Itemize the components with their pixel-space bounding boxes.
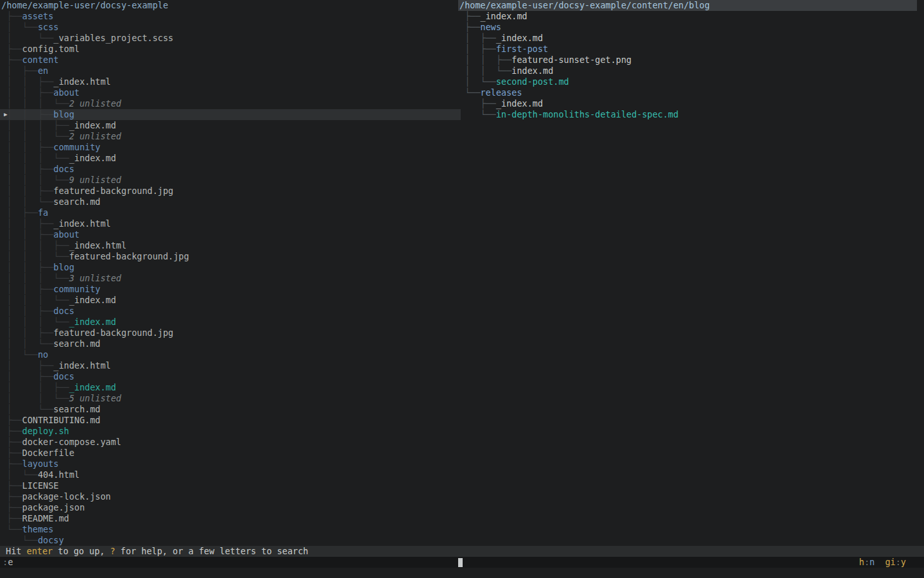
input-cursor[interactable]	[458, 558, 463, 567]
tree-row[interactable]: │ ├──fa	[0, 207, 461, 218]
file-name: _index.md	[69, 295, 116, 305]
command-input-left[interactable]: :e	[3, 557, 13, 568]
tree-row[interactable]: │ │ ├──featured-background.jpg	[0, 328, 461, 338]
tree-row[interactable]: │ │ ├──docs	[0, 164, 461, 175]
tree-row[interactable]: │ │ └──index.md	[458, 66, 924, 76]
right-panel-path[interactable]: /home/example-user/docsy-example/content…	[458, 0, 917, 11]
tree-row[interactable]: ├──docker-compose.yaml	[0, 437, 461, 448]
tree-row[interactable]: ├──deploy.sh	[0, 426, 461, 437]
tree-row[interactable]: ├──Dockerfile	[0, 448, 461, 459]
tree-branch-lines: │ └──	[1, 404, 53, 414]
tree-row[interactable]: │ │ ├──blog	[0, 262, 461, 273]
tree-row[interactable]: │ │ └──search.md	[0, 197, 461, 207]
tree-row[interactable]: │ └──_variables_project.scss	[0, 33, 461, 44]
tree-row[interactable]: │ │ ├──_index.html	[0, 218, 461, 229]
tree-row[interactable]: │ │ ├──_index.html	[0, 76, 461, 87]
tree-row[interactable]: ├──LICENSE	[0, 480, 461, 491]
tree-row[interactable]: ├──assets	[0, 11, 461, 22]
status-text: for help, or a few letters to search	[116, 546, 309, 556]
tree-branch-lines: │ └──	[459, 76, 496, 87]
tree-row[interactable]: │ │ │ └──9 unlisted	[0, 175, 461, 186]
tree-branch-lines: │ │ ├──	[1, 229, 53, 240]
tree-row[interactable]: ├──CONTRIBUTING.md	[0, 415, 461, 426]
tree-row[interactable]: │ │ │ └──featured-background.jpg	[0, 251, 461, 262]
tree-branch-lines: ├──	[1, 480, 22, 491]
tree-row[interactable]: ├──package-lock.json	[0, 491, 461, 502]
tree-row[interactable]: │ └──second-post.md	[458, 76, 924, 87]
tree-row[interactable]: ├──layouts	[0, 459, 461, 469]
tree-row[interactable]: ├──news	[458, 22, 924, 33]
tree-row[interactable]: ▶ │ │ ├──blog	[0, 109, 461, 120]
dir-name: en	[38, 66, 48, 76]
tree-row[interactable]: │ │ └──5 unlisted	[0, 393, 461, 404]
broot-terminal: /home/example-user/docsy-example ├──asse…	[0, 0, 924, 578]
tree-row[interactable]: │ │ │ └──_index.md	[0, 317, 461, 328]
tree-branch-lines: ├──	[1, 513, 22, 523]
tree-row[interactable]: │ │ ├──featured-sunset-get.png	[458, 55, 924, 66]
tree-row[interactable]: │ │ │ └──3 unlisted	[0, 273, 461, 284]
tree-branch-lines: └──	[1, 524, 22, 534]
tree-row[interactable]: │ │ ├──community	[0, 284, 461, 295]
file-name: _index.md	[69, 120, 116, 130]
tree-row[interactable]: │ │ ├──about	[0, 87, 461, 98]
tree-row[interactable]: │ └──no	[0, 349, 461, 360]
tree-branch-lines: └──	[1, 535, 38, 545]
tree-row[interactable]: │ ├──_index.md	[458, 33, 924, 44]
tree-row[interactable]: └──in-depth-monoliths-detailed-spec.md	[458, 109, 924, 120]
file-name: index.md	[511, 66, 553, 76]
tree-row[interactable]: │ │ │ └──2 unlisted	[0, 98, 461, 109]
file-name: _index.md	[69, 153, 116, 163]
mode-flags: h:n gi:y	[859, 557, 906, 568]
tree-row[interactable]: │ │ ├──_index.md	[0, 382, 461, 393]
tree-row[interactable]: │ │ │ └──_index.md	[0, 153, 461, 164]
tree-branch-lines: │ │ ├──	[1, 186, 53, 196]
left-panel-path[interactable]: /home/example-user/docsy-example	[0, 0, 461, 11]
tree-row[interactable]: │ │ ├──community	[0, 142, 461, 153]
tree-row[interactable]: │ └──404.html	[0, 469, 461, 480]
tree-row[interactable]: ├──package.json	[0, 502, 461, 513]
tree-row[interactable]: │ │ │ ├──_index.md	[0, 120, 461, 131]
tree-row[interactable]: │ │ │ └──_index.md	[0, 295, 461, 306]
dir-name: blog	[53, 109, 74, 119]
tree-row[interactable]: │ ├──docs	[0, 371, 461, 382]
tree-row[interactable]: ├──_index.md	[458, 98, 924, 109]
file-name: _index.md	[481, 11, 527, 21]
tree-branch-lines: │ │ │ └──	[1, 131, 69, 141]
unlisted-count: 9 unlisted	[69, 175, 121, 185]
flag-name: gi	[885, 557, 895, 567]
tree-branch-lines: ├──	[1, 55, 22, 65]
tree-row[interactable]: ├──content	[0, 55, 461, 66]
file-name: README.md	[22, 513, 69, 523]
tree-row[interactable]: ├──_index.md	[458, 11, 924, 22]
tree-row[interactable]: │ │ ├──about	[0, 229, 461, 240]
tree-row[interactable]: │ │ ├──featured-background.jpg	[0, 186, 461, 197]
dir-name: docs	[53, 371, 74, 381]
dir-name: about	[53, 229, 80, 240]
status-key-hint: enter	[27, 546, 53, 556]
dir-name: blog	[53, 262, 74, 272]
tree-row[interactable]: ├──README.md	[0, 513, 461, 524]
dir-name: news	[481, 22, 502, 32]
status-text: to go up,	[53, 546, 110, 556]
tree-branch-lines: │ │ │ └──	[1, 251, 69, 261]
tree-row[interactable]: └──releases	[458, 87, 924, 98]
tree-row[interactable]: │ │ │ └──2 unlisted	[0, 131, 461, 142]
file-name: _index.html	[53, 76, 110, 87]
tree-row[interactable]: └──themes	[0, 524, 461, 535]
tree-row[interactable]: │ ├──_index.html	[0, 360, 461, 371]
tree-row[interactable]: └──docsy	[0, 535, 461, 546]
tree-row[interactable]: │ │ └──search.md	[0, 338, 461, 349]
tree-row[interactable]: ├──config.toml	[0, 44, 461, 55]
file-name: _index.md	[496, 98, 543, 109]
tree-row[interactable]: │ │ ├──docs	[0, 306, 461, 317]
tree-row[interactable]: │ ├──first-post	[458, 44, 924, 55]
tree-row[interactable]: │ │ │ ├──_index.html	[0, 240, 461, 251]
tree-branch-lines: │ │ │ └──	[1, 317, 69, 327]
tree-branch-lines: │ │ ├──	[1, 164, 53, 174]
tree-row[interactable]: │ └──scss	[0, 22, 461, 33]
tree-row[interactable]: │ ├──en	[0, 66, 461, 76]
flag-colon: :	[896, 557, 901, 567]
tree-row[interactable]: │ └──search.md	[0, 404, 461, 415]
tree-branch-lines: │ │ │ └──	[1, 153, 69, 163]
file-name: featured-background.jpg	[53, 328, 173, 338]
